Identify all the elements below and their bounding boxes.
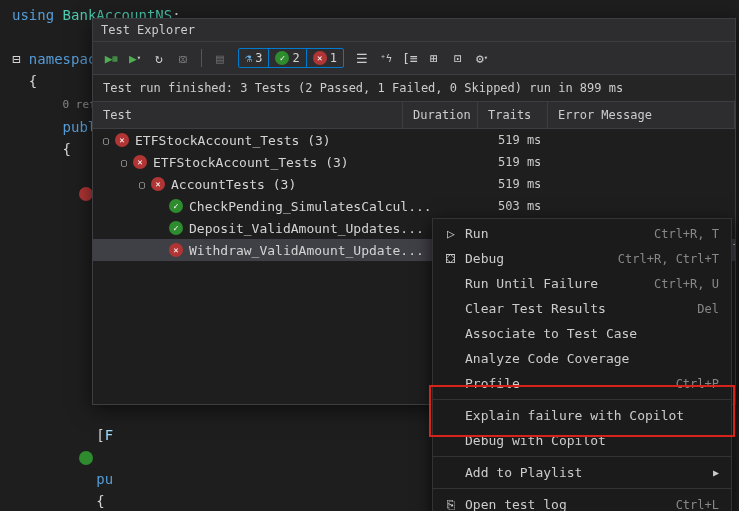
pass-icon: ✓ bbox=[275, 51, 289, 65]
chevron-icon[interactable]: ▢ bbox=[103, 135, 115, 146]
toolbar-separator bbox=[201, 49, 202, 67]
test-tree-row[interactable]: ✓CheckPending_SimulatesCalcul...503 ms bbox=[93, 195, 735, 217]
menu-item-open-test-log[interactable]: ⎘Open test logCtrl+L bbox=[433, 492, 731, 511]
bug-icon: ⛋ bbox=[441, 251, 461, 266]
pass-gutter-icon[interactable] bbox=[79, 451, 93, 465]
menu-label: Add to Playlist bbox=[461, 465, 713, 480]
test-duration: 519 ms bbox=[498, 155, 541, 169]
status-bar: Test run finished: 3 Tests (2 Passed, 1 … bbox=[93, 75, 735, 101]
menu-label: Explain failure with Copilot bbox=[461, 408, 719, 423]
col-traits[interactable]: Traits bbox=[478, 102, 548, 128]
test-name: AccountTests (3) bbox=[171, 177, 296, 192]
menu-item-debug[interactable]: ⛋DebugCtrl+R, Ctrl+T bbox=[433, 246, 731, 271]
flask-icon: ⚗ bbox=[245, 51, 252, 65]
fail-icon: ✕ bbox=[133, 155, 147, 169]
stop-button[interactable]: ⦻ bbox=[173, 48, 193, 68]
menu-shortcut: Ctrl+R, T bbox=[654, 227, 719, 241]
chevron-icon[interactable]: ▢ bbox=[121, 157, 133, 168]
pass-icon: ✓ bbox=[169, 199, 183, 213]
menu-label: Run Until Failure bbox=[461, 276, 654, 291]
filter-button[interactable]: ☰ bbox=[352, 48, 372, 68]
menu-separator bbox=[433, 488, 731, 489]
menu-shortcut: Ctrl+P bbox=[676, 377, 719, 391]
options-button[interactable]: ⁺ϟ bbox=[376, 48, 396, 68]
columns-button[interactable]: ⊞ bbox=[424, 48, 444, 68]
menu-label: Debug bbox=[461, 251, 618, 266]
menu-shortcut: Ctrl+L bbox=[676, 498, 719, 512]
menu-item-profile[interactable]: ProfileCtrl+P bbox=[433, 371, 731, 396]
context-menu: ▷RunCtrl+R, T⛋DebugCtrl+R, Ctrl+TRun Unt… bbox=[432, 218, 732, 511]
log-icon: ⎘ bbox=[441, 497, 461, 511]
menu-item-add-to-playlist[interactable]: Add to Playlist▶ bbox=[433, 460, 731, 485]
menu-item-debug-with-copilot[interactable]: Debug with Copilot bbox=[433, 428, 731, 453]
menu-label: Analyze Code Coverage bbox=[461, 351, 719, 366]
test-name: Deposit_ValidAmount_Updates... bbox=[189, 221, 424, 236]
col-error[interactable]: Error Message bbox=[548, 102, 735, 128]
test-tree-row[interactable]: ▢✕ETFStockAccount_Tests (3)519 ms bbox=[93, 129, 735, 151]
playlist-button[interactable]: ▤ bbox=[210, 48, 230, 68]
menu-separator bbox=[433, 456, 731, 457]
menu-label: Open test log bbox=[461, 497, 676, 511]
test-name: CheckPending_SimulatesCalcul... bbox=[189, 199, 432, 214]
repeat-button[interactable]: ↻ bbox=[149, 48, 169, 68]
using-keyword: using bbox=[12, 7, 54, 23]
group-button[interactable]: [≡ bbox=[400, 48, 420, 68]
menu-item-explain-failure-with-copilot[interactable]: Explain failure with Copilot bbox=[433, 403, 731, 428]
settings-button[interactable]: ⚙▾ bbox=[472, 48, 492, 68]
passed-counter[interactable]: ✓2 bbox=[269, 49, 306, 67]
test-duration: 519 ms bbox=[498, 133, 541, 147]
test-tree-row[interactable]: ▢✕ETFStockAccount_Tests (3)519 ms bbox=[93, 151, 735, 173]
menu-label: Clear Test Results bbox=[461, 301, 697, 316]
menu-shortcut: Del bbox=[697, 302, 719, 316]
test-tree-row[interactable]: ▢✕AccountTests (3)519 ms bbox=[93, 173, 735, 195]
menu-shortcut: Ctrl+R, Ctrl+T bbox=[618, 252, 719, 266]
toolbar: ▶▦ ▶▾ ↻ ⦻ ▤ ⚗3 ✓2 ✕1 ☰ ⁺ϟ [≡ ⊞ ⊡ ⚙▾ bbox=[93, 42, 735, 75]
menu-separator bbox=[433, 399, 731, 400]
menu-shortcut: Ctrl+R, U bbox=[654, 277, 719, 291]
fail-icon: ✕ bbox=[169, 243, 183, 257]
menu-label: Profile bbox=[461, 376, 676, 391]
menu-item-run-until-failure[interactable]: Run Until FailureCtrl+R, U bbox=[433, 271, 731, 296]
menu-label: Run bbox=[461, 226, 654, 241]
run-all-button[interactable]: ▶▦ bbox=[101, 48, 121, 68]
test-name: Withdraw_ValidAmount_Update... bbox=[189, 243, 424, 258]
col-test[interactable]: Test bbox=[93, 102, 403, 128]
pass-icon: ✓ bbox=[169, 221, 183, 235]
explorer-button[interactable]: ⊡ bbox=[448, 48, 468, 68]
menu-item-analyze-code-coverage[interactable]: Analyze Code Coverage bbox=[433, 346, 731, 371]
test-duration: 503 ms bbox=[498, 199, 541, 213]
failed-counter[interactable]: ✕1 bbox=[307, 49, 343, 67]
col-duration[interactable]: Duration bbox=[403, 102, 478, 128]
fail-icon: ✕ bbox=[115, 133, 129, 147]
test-counters: ⚗3 ✓2 ✕1 bbox=[238, 48, 344, 68]
fail-icon: ✕ bbox=[313, 51, 327, 65]
fail-icon: ✕ bbox=[151, 177, 165, 191]
menu-label: Associate to Test Case bbox=[461, 326, 719, 341]
column-headers: Test Duration Traits Error Message bbox=[93, 101, 735, 129]
test-duration: 519 ms bbox=[498, 177, 541, 191]
menu-label: Debug with Copilot bbox=[461, 433, 719, 448]
chevron-icon[interactable]: ▢ bbox=[139, 179, 151, 190]
menu-item-run[interactable]: ▷RunCtrl+R, T bbox=[433, 221, 731, 246]
panel-title: Test Explorer bbox=[93, 19, 735, 42]
play-icon: ▷ bbox=[441, 226, 461, 241]
chevron-right-icon: ▶ bbox=[713, 467, 719, 478]
test-name: ETFStockAccount_Tests (3) bbox=[153, 155, 349, 170]
menu-item-associate-to-test-case[interactable]: Associate to Test Case bbox=[433, 321, 731, 346]
total-counter[interactable]: ⚗3 bbox=[239, 49, 269, 67]
run-button[interactable]: ▶▾ bbox=[125, 48, 145, 68]
menu-item-clear-test-results[interactable]: Clear Test ResultsDel bbox=[433, 296, 731, 321]
test-name: ETFStockAccount_Tests (3) bbox=[135, 133, 331, 148]
